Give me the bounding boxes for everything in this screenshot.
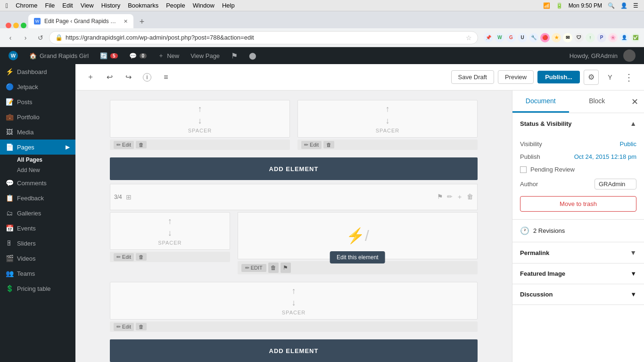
settings-button[interactable]: ⚙ bbox=[584, 70, 599, 85]
tab-close-btn[interactable]: ✕ bbox=[124, 18, 128, 25]
tab-document[interactable]: Document bbox=[512, 90, 569, 113]
user-icon[interactable]: 👤 bbox=[620, 2, 627, 9]
reload-button[interactable]: ↺ bbox=[34, 31, 47, 44]
chrome-menu[interactable]: Chrome bbox=[16, 2, 37, 9]
ext-icon-4[interactable]: U bbox=[518, 33, 527, 42]
discussion-section[interactable]: Discussion ▼ bbox=[512, 284, 644, 305]
minimize-window-btn[interactable] bbox=[13, 23, 19, 28]
move-to-trash-button[interactable]: Move to trash bbox=[520, 196, 636, 212]
delete-image-button[interactable]: 🗑 bbox=[268, 263, 279, 273]
undo-button[interactable]: ↩ bbox=[102, 70, 117, 85]
edit-image-button[interactable]: ✏ EDIT bbox=[241, 264, 266, 272]
new-tab-button[interactable]: + bbox=[135, 15, 149, 28]
ext-icon-7[interactable]: ★ bbox=[552, 33, 561, 42]
ext-icon-14[interactable]: ✅ bbox=[631, 33, 640, 42]
permalink-header[interactable]: Permalink ▼ bbox=[512, 242, 644, 263]
flag-image-button[interactable]: ⚑ bbox=[281, 263, 291, 273]
sidebar-item-dashboard[interactable]: ⚡ Dashboard bbox=[0, 64, 75, 79]
sidebar-item-teams[interactable]: 👥 Teams bbox=[0, 266, 75, 281]
sidebar-sub-add-new[interactable]: Add New bbox=[0, 165, 75, 175]
delete-block-btn-2[interactable]: 🗑 bbox=[323, 141, 334, 148]
sidebar-item-pricing[interactable]: 💲 Pricing table bbox=[0, 281, 75, 296]
ext-icon-6[interactable]: 🔴 bbox=[540, 33, 550, 42]
ext-icon-13[interactable]: 👤 bbox=[619, 33, 629, 42]
ext-icon-9[interactable]: 🛡 bbox=[574, 33, 584, 42]
history-menu[interactable]: History bbox=[101, 2, 120, 9]
image-block[interactable]: ⚡/ Edit this element bbox=[238, 212, 478, 259]
maximize-window-btn[interactable] bbox=[21, 23, 26, 28]
sidebar-item-media[interactable]: 🖼 Media bbox=[0, 124, 75, 140]
help-menu[interactable]: Help bbox=[222, 2, 235, 9]
edit-block-btn-2[interactable]: ✏ Edit bbox=[301, 141, 322, 149]
window-menu[interactable]: Window bbox=[193, 2, 215, 9]
panel-close-button[interactable]: ✕ bbox=[625, 90, 644, 113]
spacer-block-2[interactable]: ↑ ↓ SPACER bbox=[297, 100, 478, 138]
view-page-button[interactable]: View Page bbox=[186, 47, 224, 64]
list-view-button[interactable]: ≡ bbox=[158, 70, 173, 85]
edit-menu[interactable]: Edit bbox=[62, 2, 73, 9]
more-options-button[interactable]: ⋮ bbox=[621, 70, 636, 85]
site-name-button[interactable]: 🏠 Grand Rapids Girl bbox=[25, 47, 93, 64]
people-menu[interactable]: People bbox=[166, 2, 185, 9]
wp-logo-button[interactable]: W bbox=[4, 47, 23, 64]
block-trash-icon[interactable]: 🗑 bbox=[467, 193, 473, 201]
info-button[interactable]: i bbox=[140, 70, 155, 85]
sidebar-item-videos[interactable]: 🎬 Videos bbox=[0, 251, 75, 266]
bookmarks-menu[interactable]: Bookmarks bbox=[128, 2, 158, 9]
visibility-value[interactable]: Public bbox=[620, 140, 636, 148]
spacer-block-4[interactable]: ↑ ↓ SPACER bbox=[110, 282, 478, 320]
apple-menu[interactable]:  bbox=[6, 2, 8, 9]
add-block-button[interactable]: ＋ bbox=[83, 70, 98, 85]
sidebar-item-sliders[interactable]: 🎚 Sliders bbox=[0, 236, 75, 251]
delete-block-btn-1[interactable]: 🗑 bbox=[136, 141, 147, 148]
ext-icon-10[interactable]: ↑ bbox=[586, 33, 595, 42]
yoast-icon[interactable]: Y bbox=[603, 70, 618, 85]
save-draft-button[interactable]: Save Draft bbox=[451, 70, 494, 84]
forward-button[interactable]: › bbox=[19, 31, 32, 44]
edit-block-btn-3[interactable]: ✏ Edit bbox=[114, 253, 134, 261]
edit-block-btn-4[interactable]: ✏ Edit bbox=[114, 323, 134, 331]
preview-button[interactable]: Preview bbox=[498, 70, 534, 84]
sidebar-item-jetpack[interactable]: 🔵 Jetpack bbox=[0, 79, 75, 94]
sidebar-item-portfolio[interactable]: 💼 Portfolio bbox=[0, 109, 75, 124]
close-window-btn[interactable] bbox=[6, 23, 11, 28]
ext-icon-3[interactable]: G bbox=[506, 33, 516, 42]
spacer-block-3[interactable]: ↑ ↓ SPACER bbox=[110, 212, 230, 250]
redo-button[interactable]: ↪ bbox=[121, 70, 136, 85]
edit-block-btn-1[interactable]: ✏ Edit bbox=[114, 141, 134, 149]
publish-button[interactable]: Publish... bbox=[537, 71, 580, 83]
block-flag-icon[interactable]: ⚑ bbox=[437, 193, 443, 201]
view-menu[interactable]: View bbox=[81, 2, 94, 9]
ext-icon-12[interactable]: 🌸 bbox=[608, 33, 618, 42]
howdy-button[interactable]: Howdy, GRAdmin bbox=[565, 47, 640, 64]
active-tab[interactable]: W Edit Page ‹ Grand Rapids Girl — ✕ bbox=[28, 14, 133, 28]
ext-icon-2[interactable]: W bbox=[495, 33, 504, 42]
ext-icon-1[interactable]: 📌 bbox=[484, 33, 493, 42]
sidebar-item-events[interactable]: 📅 Events bbox=[0, 221, 75, 236]
new-content-button[interactable]: ＋ New bbox=[153, 47, 184, 64]
author-select[interactable]: GRAdmin bbox=[594, 179, 636, 189]
block-edit-icon[interactable]: ✏ bbox=[447, 193, 453, 201]
theme-plugin-1[interactable]: ⚑ bbox=[226, 47, 242, 64]
sidebar-item-feedback[interactable]: 📋 Feedback bbox=[0, 190, 75, 206]
tab-block[interactable]: Block bbox=[569, 90, 626, 113]
delete-block-btn-3[interactable]: 🗑 bbox=[136, 253, 147, 261]
delete-block-btn-4[interactable]: 🗑 bbox=[136, 323, 147, 330]
file-menu[interactable]: File bbox=[45, 2, 55, 9]
sidebar-sub-all-pages[interactable]: All Pages bbox=[0, 155, 75, 165]
featured-image-section[interactable]: Featured Image ▼ bbox=[512, 263, 644, 284]
sidebar-item-comments[interactable]: 💬 Comments bbox=[0, 175, 75, 190]
ext-icon-11[interactable]: P bbox=[597, 33, 606, 42]
publish-value[interactable]: Oct 24, 2015 12:18 pm bbox=[574, 153, 636, 160]
back-button[interactable]: ‹ bbox=[4, 31, 17, 44]
add-element-button-2[interactable]: ADD ELEMENT bbox=[110, 339, 478, 362]
bookmark-icon[interactable]: ☆ bbox=[466, 34, 472, 41]
sidebar-item-galleries[interactable]: 🗂 Galleries bbox=[0, 206, 75, 221]
comments-button[interactable]: 💬 0 bbox=[124, 47, 152, 64]
block-three-quarter[interactable]: 3/4 ⊞ ⚑ ✏ ＋ 🗑 bbox=[110, 184, 478, 210]
sidebar-item-posts[interactable]: 📝 Posts bbox=[0, 94, 75, 109]
ext-icon-8[interactable]: ✉ bbox=[563, 33, 572, 42]
add-element-button-1[interactable]: ADD ELEMENT bbox=[110, 157, 478, 180]
hamburger-icon[interactable]: ☰ bbox=[633, 2, 638, 9]
ext-icon-5[interactable]: 🔧 bbox=[529, 33, 538, 42]
